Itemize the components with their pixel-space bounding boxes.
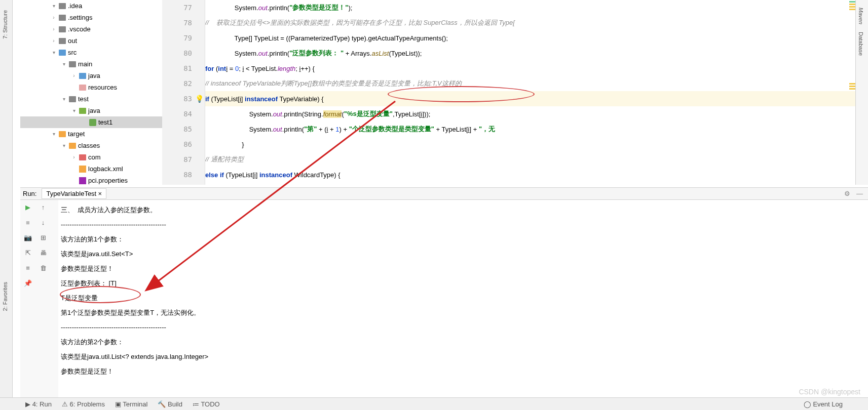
code-line[interactable]: for (int i = 0; i < TypeList.length; i++… <box>205 61 855 76</box>
terminal-button[interactable]: ▣ Terminal <box>115 400 148 408</box>
console-line: ----------------------------------------… <box>61 217 860 232</box>
line-number[interactable]: 87 <box>162 152 205 167</box>
chevron-icon[interactable]: ▾ <box>61 96 67 102</box>
pin-icon[interactable]: 📌 <box>20 276 35 290</box>
console-output[interactable]: 三、 成员方法入参的泛型参数。-------------------------… <box>61 202 860 397</box>
folder-icon <box>59 15 66 21</box>
rerun-icon[interactable]: ▶ <box>20 200 35 214</box>
code-line[interactable]: // 获取泛型尖括号<>里面的实际数据类型，因为可能存在多个泛型，比如 Supe… <box>205 15 855 30</box>
tree-label: .idea <box>68 2 82 10</box>
tree-item[interactable]: ›java <box>20 70 162 81</box>
line-number[interactable]: 80 <box>162 46 205 61</box>
down-icon[interactable]: ↓ <box>35 215 51 229</box>
chevron-icon[interactable]: › <box>51 26 57 32</box>
tree-item[interactable]: ▾main <box>20 58 162 70</box>
line-number[interactable]: 85 <box>162 121 205 137</box>
chevron-icon[interactable]: › <box>71 154 77 160</box>
console-line: 三、 成员方法入参的泛型参数。 <box>61 202 860 217</box>
maven-tab[interactable]: Maven <box>858 8 864 24</box>
chevron-icon[interactable]: › <box>71 73 77 78</box>
tree-item[interactable]: ›.settings <box>20 12 162 23</box>
print-icon[interactable]: 🖶 <box>35 245 51 260</box>
problems-button[interactable]: ⚠ 6: Problems <box>62 400 105 408</box>
structure-tab[interactable]: 7: Structure <box>2 10 8 39</box>
console-line: 泛型参数列表： [T] <box>61 276 860 291</box>
todo-button[interactable]: ≔ TODO <box>193 400 220 408</box>
line-number[interactable]: 81 <box>162 61 205 76</box>
code-line[interactable]: if (TypeList[i] instanceof TypeVariable)… <box>205 91 855 106</box>
project-tree[interactable]: ▾.idea›.settings›.vscode›out▾src▾main›ja… <box>20 0 162 185</box>
minimize-icon[interactable]: — <box>856 190 863 197</box>
line-number[interactable]: 86 <box>162 137 205 152</box>
code-line[interactable]: System.out.println("第" + (i + 1) + "个泛型参… <box>205 182 855 185</box>
chevron-icon[interactable]: ▾ <box>71 108 77 113</box>
line-number[interactable]: 88 <box>162 167 205 182</box>
tree-label: test <box>78 95 89 103</box>
code-line[interactable]: System.out.println("参数类型是泛型！"); <box>205 0 855 15</box>
error-stripe[interactable] <box>849 0 855 185</box>
tree-item[interactable]: ›com <box>20 151 162 163</box>
console-line: 该类型是java.util.Set<T> <box>61 247 860 261</box>
folder-icon <box>79 85 86 91</box>
camera-icon[interactable]: 📷 <box>20 230 35 244</box>
run-label: Run: <box>23 190 36 197</box>
code-line[interactable]: System.out.println(String.format("%s是泛型变… <box>205 106 855 121</box>
line-number[interactable]: 79 <box>162 30 205 46</box>
console-line: ----------------------------------------… <box>61 320 860 335</box>
tree-label: resources <box>88 84 117 91</box>
code-line[interactable]: System.out.println("泛型参数列表： " + Arrays.a… <box>205 46 855 61</box>
delete-icon[interactable]: 🗑 <box>35 261 51 275</box>
code-line[interactable]: } <box>205 137 855 152</box>
left-tool-rail: 7: Structure 2: Favorites <box>0 0 13 410</box>
tree-item[interactable]: test1 <box>20 116 162 128</box>
chevron-icon[interactable]: ▾ <box>51 50 57 55</box>
chevron-icon[interactable]: ▾ <box>51 131 57 137</box>
tree-item[interactable]: ›.vscode <box>20 23 162 35</box>
code-line[interactable]: System.out.println("第" + (i + 1) + "个泛型参… <box>205 121 855 137</box>
tree-label: java <box>88 72 100 79</box>
tree-item[interactable]: ▾src <box>20 47 162 58</box>
build-button[interactable]: 🔨 Build <box>158 400 182 408</box>
line-number[interactable]: 78 <box>162 15 205 30</box>
chevron-icon[interactable]: › <box>51 38 57 44</box>
code-line[interactable]: Type[] TypeList = ((ParameterizedType) t… <box>205 30 855 46</box>
code-line[interactable]: else if (TypeList[i] instanceof Wildcard… <box>205 167 855 182</box>
code-line[interactable]: // instanceof TypeVariable判断Type[]数组中的类型… <box>205 76 855 91</box>
tree-label: out <box>68 37 77 45</box>
run-panel-header: Run: TypeVariableTest × ⚙ — <box>20 187 868 200</box>
folder-icon <box>59 26 66 32</box>
chevron-icon[interactable]: ▾ <box>51 3 57 9</box>
line-number[interactable]: 83💡 <box>162 91 205 106</box>
tree-item[interactable]: resources <box>20 81 162 93</box>
code-editor[interactable]: System.out.println("参数类型是泛型！"); // 获取泛型尖… <box>205 0 855 185</box>
tree-item[interactable]: ▾target <box>20 128 162 140</box>
code-line[interactable]: // 通配符类型 <box>205 152 855 167</box>
database-tab[interactable]: Database <box>858 32 864 56</box>
tree-item[interactable]: ▾test <box>20 93 162 105</box>
stop-icon[interactable]: ■ <box>20 215 35 229</box>
line-number[interactable]: 77 <box>162 0 205 15</box>
event-log-button[interactable]: ◯ Event Log <box>804 400 843 408</box>
gear-icon[interactable]: ⚙ <box>844 190 850 197</box>
chevron-icon[interactable]: ▾ <box>61 143 67 148</box>
export-icon[interactable]: ⇱ <box>20 245 35 260</box>
up-icon[interactable]: ↑ <box>35 200 51 214</box>
layout-icon[interactable]: ⊞ <box>35 230 51 244</box>
line-number[interactable]: 82 <box>162 76 205 91</box>
chevron-icon[interactable]: › <box>51 15 57 20</box>
favorites-tab[interactable]: 2: Favorites <box>2 282 8 311</box>
tree-item[interactable]: ›out <box>20 35 162 47</box>
tree-item[interactable]: ▾classes <box>20 140 162 151</box>
line-number[interactable]: 84 <box>162 106 205 121</box>
run-tool-button[interactable]: ▶ 4: Run <box>25 400 52 408</box>
close-icon[interactable]: × <box>98 190 102 197</box>
tree-item[interactable]: ▾java <box>20 105 162 116</box>
tree-item[interactable]: ▾.idea <box>20 0 162 12</box>
run-tab[interactable]: TypeVariableTest × <box>42 188 106 199</box>
filter-icon[interactable]: ≡ <box>20 261 35 275</box>
tree-item[interactable]: logback.xml <box>20 163 162 175</box>
chevron-icon[interactable]: ▾ <box>61 61 67 67</box>
bulb-icon[interactable]: 💡 <box>195 95 204 103</box>
tree-item[interactable]: pci.properties <box>20 175 162 185</box>
tree-label: classes <box>78 142 100 149</box>
